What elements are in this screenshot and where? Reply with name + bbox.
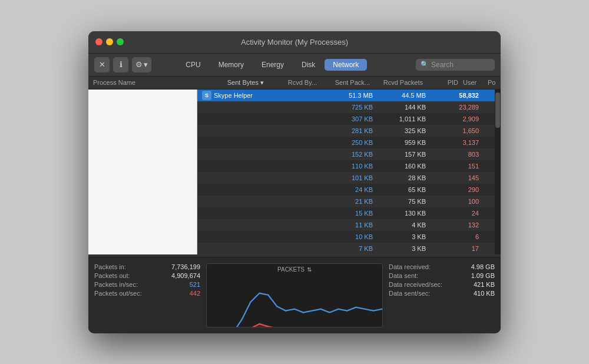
- col-header-rcvdpkt[interactable]: Rcvd Packets: [370, 79, 423, 86]
- scrollbar-thumb[interactable]: [495, 92, 500, 128]
- tab-network[interactable]: Network: [325, 59, 367, 71]
- col-rcvdpkt: 825: [479, 151, 495, 158]
- packets-in-row: Packets in: 7,736,199: [94, 263, 200, 270]
- search-input[interactable]: [431, 61, 490, 69]
- col-header-rcvd[interactable]: Rcvd By...: [264, 79, 317, 86]
- col-header-po[interactable]: Po: [488, 79, 496, 86]
- col-header-user[interactable]: User: [458, 79, 488, 86]
- data-received-value: 4.98 GB: [471, 263, 495, 270]
- table-area: S Skype Helper 51.3 MB 44.5 MB 58,832 62…: [88, 90, 501, 254]
- col-rcvd: 959 KB: [373, 139, 426, 146]
- table-row[interactable]: 307 KB 1,011 KB 2,909 3,289 12784 jon 9: [197, 113, 495, 125]
- col-rcvdpkt: 102: [479, 198, 495, 205]
- table-row[interactable]: 725 KB 144 KB 23,289 617 701 jon: [197, 101, 495, 113]
- packets-out-row: Packets out: 4,909,674: [94, 272, 200, 279]
- col-rcvdpkt: 13: [479, 245, 495, 252]
- col-header-pid[interactable]: PID: [423, 79, 458, 86]
- data-sent-row: Data sent: 1.09 GB: [389, 272, 495, 279]
- maximize-button[interactable]: [117, 38, 124, 45]
- col-rcvdpkt: 184: [479, 163, 495, 170]
- table-row[interactable]: 7 KB 3 KB 17 13 654 jon: [197, 243, 495, 254]
- col-sent: 307 KB: [320, 115, 373, 123]
- close-button[interactable]: [95, 38, 102, 45]
- col-sent: 15 KB: [320, 210, 373, 217]
- col-sent: 725 KB: [320, 104, 373, 111]
- col-rcvdpkt: 121: [479, 210, 495, 217]
- col-sentpkt: 3,137: [426, 139, 479, 146]
- scrollbar[interactable]: [495, 90, 501, 254]
- info-button[interactable]: ℹ: [113, 57, 128, 72]
- col-rcvd: 65 KB: [373, 186, 426, 193]
- process-letter: S: [202, 91, 211, 100]
- col-header-sent[interactable]: Sent Bytes ▾: [211, 79, 264, 87]
- col-rcvd: 28 KB: [373, 174, 426, 181]
- chart-sort-icon: ⇅: [307, 266, 312, 273]
- col-sent: 281 KB: [320, 127, 373, 134]
- col-process: S Skype Helper: [202, 91, 320, 100]
- traffic-lights: [95, 38, 124, 45]
- packets-in-sec-row: Packets in/sec: 521: [94, 281, 200, 288]
- table-row[interactable]: 110 KB 160 KB 151 184 60762 jon: [197, 160, 495, 172]
- col-sent: 110 KB: [320, 163, 373, 170]
- col-rcvd: 1,011 KB: [373, 115, 426, 123]
- packets-out-sec-label: Packets out/sec:: [94, 290, 142, 297]
- tab-memory[interactable]: Memory: [210, 59, 252, 71]
- table-row[interactable]: S Skype Helper 51.3 MB 44.5 MB 58,832 62…: [197, 90, 495, 101]
- window-title: Activity Monitor (My Processes): [241, 38, 348, 47]
- col-sentpkt: 100: [426, 198, 479, 205]
- col-sentpkt: 6: [426, 233, 479, 240]
- tab-disk[interactable]: Disk: [293, 59, 323, 71]
- column-headers: Process Name Sent Bytes ▾ Rcvd By... Sen…: [88, 77, 501, 90]
- col-rcvd: 4 KB: [373, 221, 426, 229]
- search-icon: 🔍: [421, 61, 429, 68]
- data-sent-sec-label: Data sent/sec:: [389, 290, 430, 297]
- stats-right: Data received: 4.98 GB Data sent: 1.09 G…: [389, 263, 495, 327]
- svg-marker-0: [207, 323, 382, 327]
- col-rcvd: 130 KB: [373, 210, 426, 217]
- col-sentpkt: 145: [426, 174, 479, 181]
- table-row[interactable]: 250 KB 959 KB 3,137 4,359 34097 jon: [197, 137, 495, 148]
- data-received-sec-row: Data received/sec: 421 KB: [389, 281, 495, 288]
- table-row[interactable]: 10 KB 3 KB 6 12 2501 jon: [197, 231, 495, 243]
- data-received-sec-value: 421 KB: [474, 281, 495, 288]
- gear-button[interactable]: ⚙ ▾: [132, 57, 151, 72]
- col-sent: 24 KB: [320, 186, 373, 193]
- toolbar: ✕ ℹ ⚙ ▾ CPU Memory Energy Disk Network 🔍: [88, 54, 501, 77]
- minimize-button[interactable]: [106, 38, 113, 45]
- col-header-sentpkt[interactable]: Sent Pack...: [317, 79, 370, 86]
- tab-bar: CPU Memory Energy Disk Network: [177, 59, 367, 71]
- col-sent: 152 KB: [320, 151, 373, 158]
- titlebar: Activity Monitor (My Processes): [88, 31, 501, 54]
- table-row[interactable]: 24 KB 65 KB 290 236 26764 jon: [197, 184, 495, 196]
- packets-chart: PACKETS ⇅: [206, 263, 383, 327]
- table-row[interactable]: 101 KB 28 KB 145 153 907 jon: [197, 172, 495, 184]
- col-rcvd: 160 KB: [373, 163, 426, 170]
- tab-energy[interactable]: Energy: [253, 59, 292, 71]
- table-row[interactable]: 21 KB 75 KB 100 102 28590 jon: [197, 196, 495, 207]
- data-sent-label: Data sent:: [389, 272, 418, 279]
- col-rcvdpkt: 153: [479, 174, 495, 181]
- data-sent-sec-row: Data sent/sec: 410 KB: [389, 290, 495, 297]
- col-rcvdpkt: 236: [479, 186, 495, 193]
- table-row[interactable]: 152 KB 157 KB 803 825 75742 jon: [197, 148, 495, 160]
- table-row[interactable]: 281 KB 325 KB 1,650 3,423 4580 jon 1: [197, 125, 495, 137]
- col-rcvdpkt: 33: [479, 221, 495, 229]
- packets-out-sec-value: 442: [190, 290, 200, 297]
- col-sentpkt: 1,650: [426, 127, 479, 134]
- col-rcvdpkt: 62,608: [479, 92, 495, 99]
- chart-svg: [207, 276, 382, 327]
- tab-cpu[interactable]: CPU: [177, 59, 209, 71]
- process-name: Skype Helper: [214, 92, 253, 99]
- col-rcvd: 3 KB: [373, 245, 426, 252]
- table-row[interactable]: 15 KB 130 KB 24 121 26780 jon: [197, 207, 495, 219]
- stop-button[interactable]: ✕: [94, 57, 110, 72]
- col-rcvdpkt: 12: [479, 233, 495, 240]
- col-header-process[interactable]: Process Name: [93, 79, 211, 86]
- data-received-sec-label: Data received/sec:: [389, 281, 442, 288]
- table-row[interactable]: 11 KB 4 KB 132 33 19457 jon: [197, 219, 495, 231]
- col-rcvd: 75 KB: [373, 198, 426, 205]
- col-sent: 101 KB: [320, 174, 373, 181]
- col-sentpkt: 151: [426, 163, 479, 170]
- data-received-label: Data received:: [389, 263, 431, 270]
- search-box[interactable]: 🔍: [416, 59, 495, 71]
